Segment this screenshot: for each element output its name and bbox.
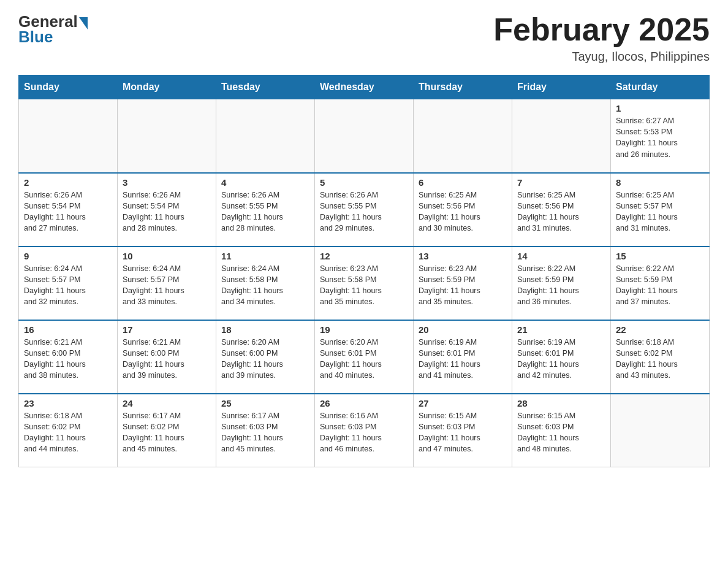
day-info: Sunrise: 6:26 AM Sunset: 5:54 PM Dayligh… [123, 190, 211, 234]
weekday-header-wednesday: Wednesday [315, 75, 414, 99]
weekday-header-friday: Friday [512, 75, 611, 99]
day-info: Sunrise: 6:21 AM Sunset: 6:00 PM Dayligh… [123, 337, 211, 381]
day-number: 15 [616, 251, 704, 261]
day-number: 6 [419, 177, 507, 188]
day-number: 26 [320, 398, 408, 408]
day-info: Sunrise: 6:24 AM Sunset: 5:57 PM Dayligh… [123, 263, 211, 308]
calendar-day-cell: 9Sunrise: 6:24 AM Sunset: 5:57 PM Daylig… [19, 247, 118, 320]
calendar-day-cell: 7Sunrise: 6:25 AM Sunset: 5:56 PM Daylig… [512, 173, 611, 247]
day-number: 4 [221, 177, 309, 188]
day-number: 3 [123, 177, 211, 188]
calendar-week-row: 1Sunrise: 6:27 AM Sunset: 5:53 PM Daylig… [19, 99, 710, 173]
day-info: Sunrise: 6:18 AM Sunset: 6:02 PM Dayligh… [24, 410, 112, 455]
day-number: 18 [221, 324, 309, 335]
day-info: Sunrise: 6:24 AM Sunset: 5:57 PM Dayligh… [24, 263, 112, 308]
weekday-header-tuesday: Tuesday [216, 75, 315, 99]
day-info: Sunrise: 6:15 AM Sunset: 6:03 PM Dayligh… [419, 410, 507, 455]
calendar-day-cell: 20Sunrise: 6:19 AM Sunset: 6:01 PM Dayli… [414, 320, 512, 394]
day-info: Sunrise: 6:25 AM Sunset: 5:57 PM Dayligh… [616, 190, 704, 234]
page-header: General Blue February 2025 Tayug, Ilocos… [18, 12, 710, 64]
calendar-day-cell: 12Sunrise: 6:23 AM Sunset: 5:58 PM Dayli… [315, 247, 414, 320]
calendar-week-row: 2Sunrise: 6:26 AM Sunset: 5:54 PM Daylig… [19, 173, 710, 247]
day-number: 19 [320, 324, 408, 335]
day-info: Sunrise: 6:20 AM Sunset: 6:01 PM Dayligh… [320, 337, 408, 381]
calendar-day-cell: 13Sunrise: 6:23 AM Sunset: 5:59 PM Dayli… [414, 247, 512, 320]
day-info: Sunrise: 6:23 AM Sunset: 5:59 PM Dayligh… [419, 263, 507, 308]
calendar-day-cell: 11Sunrise: 6:24 AM Sunset: 5:58 PM Dayli… [216, 247, 315, 320]
calendar-day-cell: 2Sunrise: 6:26 AM Sunset: 5:54 PM Daylig… [19, 173, 118, 247]
weekday-header-thursday: Thursday [414, 75, 512, 99]
calendar-day-cell: 26Sunrise: 6:16 AM Sunset: 6:03 PM Dayli… [315, 394, 414, 467]
day-number: 22 [616, 324, 704, 335]
day-number: 9 [24, 251, 112, 261]
day-number: 2 [24, 177, 112, 188]
calendar-day-cell [118, 99, 216, 173]
day-info: Sunrise: 6:25 AM Sunset: 5:56 PM Dayligh… [517, 190, 605, 234]
day-info: Sunrise: 6:26 AM Sunset: 5:54 PM Dayligh… [24, 190, 112, 234]
calendar-week-row: 16Sunrise: 6:21 AM Sunset: 6:00 PM Dayli… [19, 320, 710, 394]
calendar-day-cell: 15Sunrise: 6:22 AM Sunset: 5:59 PM Dayli… [611, 247, 710, 320]
day-number: 13 [419, 251, 507, 261]
calendar-day-cell: 16Sunrise: 6:21 AM Sunset: 6:00 PM Dayli… [19, 320, 118, 394]
day-info: Sunrise: 6:26 AM Sunset: 5:55 PM Dayligh… [320, 190, 408, 234]
calendar-day-cell: 21Sunrise: 6:19 AM Sunset: 6:01 PM Dayli… [512, 320, 611, 394]
calendar-day-cell [19, 99, 118, 173]
day-info: Sunrise: 6:25 AM Sunset: 5:56 PM Dayligh… [419, 190, 507, 234]
calendar-day-cell: 23Sunrise: 6:18 AM Sunset: 6:02 PM Dayli… [19, 394, 118, 467]
calendar-day-cell [512, 99, 611, 173]
calendar-day-cell: 18Sunrise: 6:20 AM Sunset: 6:00 PM Dayli… [216, 320, 315, 394]
month-title: February 2025 [493, 12, 710, 47]
day-number: 25 [221, 398, 309, 408]
day-info: Sunrise: 6:17 AM Sunset: 6:03 PM Dayligh… [221, 410, 309, 455]
day-number: 14 [517, 251, 605, 261]
logo-arrow-icon [79, 17, 88, 29]
day-number: 8 [616, 177, 704, 188]
day-number: 28 [517, 398, 605, 408]
calendar-day-cell: 22Sunrise: 6:18 AM Sunset: 6:02 PM Dayli… [611, 320, 710, 394]
day-info: Sunrise: 6:19 AM Sunset: 6:01 PM Dayligh… [517, 337, 605, 381]
day-number: 27 [419, 398, 507, 408]
day-info: Sunrise: 6:23 AM Sunset: 5:58 PM Dayligh… [320, 263, 408, 308]
day-number: 23 [24, 398, 112, 408]
calendar-day-cell: 1Sunrise: 6:27 AM Sunset: 5:53 PM Daylig… [611, 99, 710, 173]
calendar-day-cell [414, 99, 512, 173]
logo: General Blue [18, 12, 88, 47]
day-info: Sunrise: 6:27 AM Sunset: 5:53 PM Dayligh… [616, 115, 704, 160]
weekday-header-monday: Monday [118, 75, 216, 99]
calendar-day-cell: 28Sunrise: 6:15 AM Sunset: 6:03 PM Dayli… [512, 394, 611, 467]
calendar-day-cell: 8Sunrise: 6:25 AM Sunset: 5:57 PM Daylig… [611, 173, 710, 247]
calendar-day-cell: 25Sunrise: 6:17 AM Sunset: 6:03 PM Dayli… [216, 394, 315, 467]
day-number: 10 [123, 251, 211, 261]
calendar-day-cell [611, 394, 710, 467]
day-info: Sunrise: 6:16 AM Sunset: 6:03 PM Dayligh… [320, 410, 408, 455]
title-block: February 2025 Tayug, Ilocos, Philippines [493, 12, 710, 64]
calendar-day-cell: 6Sunrise: 6:25 AM Sunset: 5:56 PM Daylig… [414, 173, 512, 247]
calendar-week-row: 23Sunrise: 6:18 AM Sunset: 6:02 PM Dayli… [19, 394, 710, 467]
day-number: 20 [419, 324, 507, 335]
day-info: Sunrise: 6:22 AM Sunset: 5:59 PM Dayligh… [517, 263, 605, 308]
day-number: 16 [24, 324, 112, 335]
weekday-header-saturday: Saturday [611, 75, 710, 99]
calendar-table: SundayMondayTuesdayWednesdayThursdayFrid… [18, 75, 710, 467]
calendar-day-cell: 19Sunrise: 6:20 AM Sunset: 6:01 PM Dayli… [315, 320, 414, 394]
day-info: Sunrise: 6:20 AM Sunset: 6:00 PM Dayligh… [221, 337, 309, 381]
calendar-day-cell: 3Sunrise: 6:26 AM Sunset: 5:54 PM Daylig… [118, 173, 216, 247]
day-info: Sunrise: 6:18 AM Sunset: 6:02 PM Dayligh… [616, 337, 704, 381]
calendar-day-cell: 17Sunrise: 6:21 AM Sunset: 6:00 PM Dayli… [118, 320, 216, 394]
calendar-header: SundayMondayTuesdayWednesdayThursdayFrid… [19, 75, 710, 99]
day-number: 24 [123, 398, 211, 408]
calendar-day-cell [315, 99, 414, 173]
location-title: Tayug, Ilocos, Philippines [493, 50, 710, 64]
calendar-day-cell: 27Sunrise: 6:15 AM Sunset: 6:03 PM Dayli… [414, 394, 512, 467]
weekday-header-sunday: Sunday [19, 75, 118, 99]
calendar-day-cell: 5Sunrise: 6:26 AM Sunset: 5:55 PM Daylig… [315, 173, 414, 247]
calendar-day-cell: 24Sunrise: 6:17 AM Sunset: 6:02 PM Dayli… [118, 394, 216, 467]
logo-blue-text: Blue [18, 28, 53, 47]
day-info: Sunrise: 6:24 AM Sunset: 5:58 PM Dayligh… [221, 263, 309, 308]
calendar-week-row: 9Sunrise: 6:24 AM Sunset: 5:57 PM Daylig… [19, 247, 710, 320]
calendar-day-cell: 14Sunrise: 6:22 AM Sunset: 5:59 PM Dayli… [512, 247, 611, 320]
day-info: Sunrise: 6:15 AM Sunset: 6:03 PM Dayligh… [517, 410, 605, 455]
calendar-day-cell [216, 99, 315, 173]
calendar-day-cell: 10Sunrise: 6:24 AM Sunset: 5:57 PM Dayli… [118, 247, 216, 320]
weekday-header-row: SundayMondayTuesdayWednesdayThursdayFrid… [19, 75, 710, 99]
